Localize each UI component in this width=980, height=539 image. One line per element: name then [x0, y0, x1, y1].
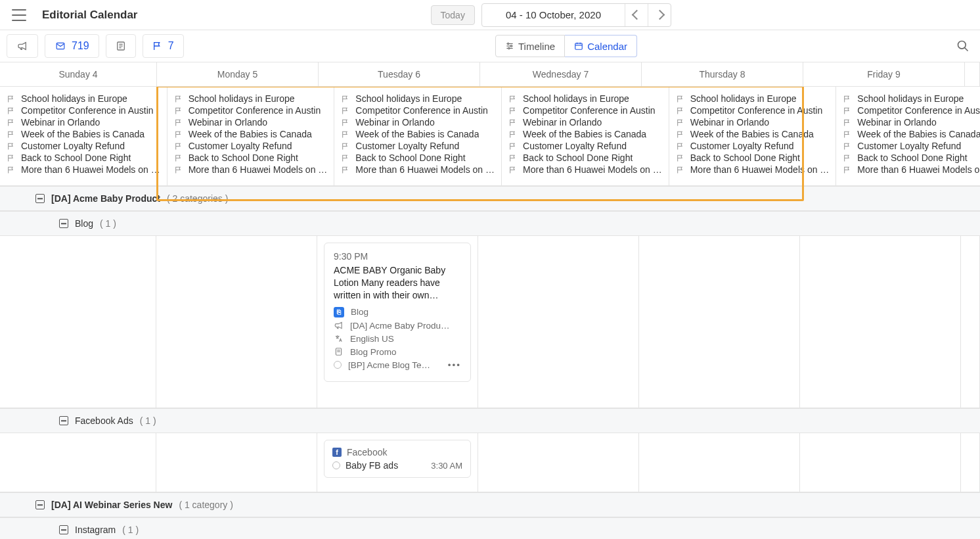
more-icon[interactable]: ••• [448, 360, 461, 370]
day-header-overflow [965, 62, 980, 86]
flag-item[interactable]: More than 6 Huawei Models on … [676, 164, 830, 175]
menu-icon[interactable] [12, 9, 26, 21]
flag-item[interactable]: Customer Loyalty Refund [843, 141, 980, 151]
flag-item[interactable]: School holidays in Europe [508, 93, 662, 104]
timeline-tab[interactable]: Timeline [495, 35, 565, 57]
collapse-icon[interactable] [59, 416, 68, 425]
view-toggle: Timeline Calendar [495, 35, 637, 57]
flags-count: 7 [168, 40, 174, 52]
language-icon [334, 334, 344, 343]
flag-item[interactable]: School holidays in Europe [676, 93, 830, 104]
flag-item[interactable]: Webinar in Orlando [508, 117, 662, 128]
flag-item[interactable]: School holidays in Europe [843, 93, 980, 104]
svg-point-10 [508, 47, 510, 49]
day-header: Thursday 8 [642, 62, 803, 86]
date-range-label[interactable]: 04 - 10 October, 2020 [482, 4, 625, 26]
calendar-icon [574, 41, 583, 51]
flag-item[interactable]: Webinar in Orlando [174, 117, 328, 128]
svg-point-8 [507, 43, 508, 44]
collapse-icon[interactable] [35, 194, 45, 203]
flag-item[interactable]: Customer Loyalty Refund [174, 141, 328, 151]
day-header: Sunday 4 [0, 62, 157, 86]
date-range: 04 - 10 October, 2020 [481, 3, 671, 27]
subgroup-header-blog[interactable]: Blog ( 1 ) [0, 211, 980, 236]
prev-week-button[interactable] [625, 4, 648, 26]
collapse-icon[interactable] [35, 500, 45, 509]
notes-chip[interactable] [106, 34, 136, 58]
day-header: Wednesday 7 [480, 62, 642, 86]
flag-item[interactable]: Back to School Done Right [174, 152, 328, 163]
flag-item[interactable]: Back to School Done Right [676, 152, 830, 163]
flag-item[interactable]: Back to School Done Right [508, 152, 662, 163]
flag-item[interactable]: Competitor Conference in Austin [341, 105, 495, 116]
day-header: Monday 5 [157, 62, 319, 86]
flag-item[interactable]: Customer Loyalty Refund [508, 141, 662, 151]
subgroup-header-ig[interactable]: Instagram ( 1 ) [0, 517, 980, 539]
flag-item[interactable]: More than 6 Huawei Models on … [7, 164, 160, 175]
flag-item[interactable]: Week of the Babies is Canada [508, 129, 662, 139]
blog-badge-icon: ⎘ [334, 307, 344, 317]
day-headers: Sunday 4 Monday 5 Tuesday 6 Wednesday 7 … [0, 62, 980, 87]
campaigns-chip[interactable] [7, 34, 38, 58]
flag-item[interactable]: Customer Loyalty Refund [341, 141, 495, 151]
today-button[interactable]: Today [431, 5, 475, 25]
facebook-icon: f [332, 448, 342, 457]
messages-count: 719 [72, 40, 89, 52]
next-week-button[interactable] [648, 4, 671, 26]
flag-item[interactable]: School holidays in Europe [7, 93, 160, 104]
flag-item[interactable]: Week of the Babies is Canada [676, 129, 830, 139]
flag-item[interactable]: More than 6 Huawei Models on … [341, 164, 495, 175]
flag-item[interactable]: Competitor Conference in Austin [7, 105, 160, 116]
flag-item[interactable]: More than 6 Huawei Models on … [508, 164, 662, 175]
flag-item[interactable]: Week of the Babies is Canada [341, 129, 495, 139]
fb-card[interactable]: fFacebook Baby FB ads3:30 AM [324, 440, 471, 478]
flag-item[interactable]: Competitor Conference in Austin [508, 105, 662, 116]
subgroup-header-fb[interactable]: Facebook Ads ( 1 ) [0, 408, 980, 433]
svg-line-16 [965, 48, 968, 51]
day-cell: School holidays in EuropeCompetitor Conf… [334, 87, 502, 186]
flag-item[interactable]: Back to School Done Right [341, 152, 495, 163]
search-button[interactable] [952, 39, 973, 53]
calendar-body: School holidays in EuropeCompetitor Conf… [0, 87, 980, 539]
flag-item[interactable]: Webinar in Orlando [341, 117, 495, 128]
mail-icon [55, 41, 66, 51]
topbar: Editorial Calendar Today 04 - 10 October… [0, 0, 980, 30]
group-header-2[interactable]: [DA] AI Webinar Series New ( 1 category … [0, 492, 980, 517]
flag-item[interactable]: School holidays in Europe [341, 93, 495, 104]
group-header[interactable]: [DA] Acme Baby Product ( 2 categories ) [0, 186, 980, 211]
status-ring-icon [334, 361, 342, 369]
flag-item[interactable]: Back to School Done Right [843, 152, 980, 163]
flag-item[interactable]: School holidays in Europe [174, 93, 328, 104]
flag-item[interactable]: Webinar in Orlando [7, 117, 160, 128]
flag-item[interactable]: Webinar in Orlando [843, 117, 980, 128]
flags-chip[interactable]: 7 [143, 34, 184, 58]
flag-item[interactable]: More than 6 Huawei Models on … [174, 164, 328, 175]
toolbar: 719 7 Timeline Calendar [0, 30, 980, 62]
day-cell: School holidays in EuropeCompetitor Conf… [0, 87, 167, 186]
collapse-icon[interactable] [59, 525, 68, 534]
day-cell: School holidays in EuropeCompetitor Conf… [167, 87, 335, 186]
day-header: Tuesday 6 [319, 62, 480, 86]
megaphone-icon [334, 321, 344, 330]
search-icon [956, 39, 969, 53]
flag-item[interactable]: Customer Loyalty Refund [7, 141, 160, 151]
flag-item[interactable]: More than 6 Huawei Models on … [843, 164, 980, 175]
flag-item[interactable]: Competitor Conference in Austin [843, 105, 980, 116]
sliders-icon [505, 41, 514, 51]
day-cell: School holidays in EuropeCompetitor Conf… [836, 87, 980, 186]
flag-item[interactable]: Competitor Conference in Austin [676, 105, 830, 116]
messages-chip[interactable]: 719 [45, 34, 99, 58]
flag-item[interactable]: Week of the Babies is Canada [843, 129, 980, 139]
collapse-icon[interactable] [59, 219, 68, 228]
flag-item[interactable]: Webinar in Orlando [676, 117, 830, 128]
megaphone-icon [16, 41, 28, 51]
flag-item[interactable]: Competitor Conference in Austin [174, 105, 328, 116]
flag-item[interactable]: Week of the Babies is Canada [174, 129, 328, 139]
flag-item[interactable]: Week of the Babies is Canada [7, 129, 160, 139]
page-title: Editorial Calendar [42, 9, 137, 22]
calendar-tab[interactable]: Calendar [565, 35, 637, 57]
blog-card[interactable]: 9:30 PM ACME BABY Organic Baby Lotion Ma… [324, 243, 471, 382]
lane-blog: 9:30 PM ACME BABY Organic Baby Lotion Ma… [0, 236, 980, 408]
flag-item[interactable]: Back to School Done Right [7, 152, 160, 163]
flag-item[interactable]: Customer Loyalty Refund [676, 141, 830, 151]
